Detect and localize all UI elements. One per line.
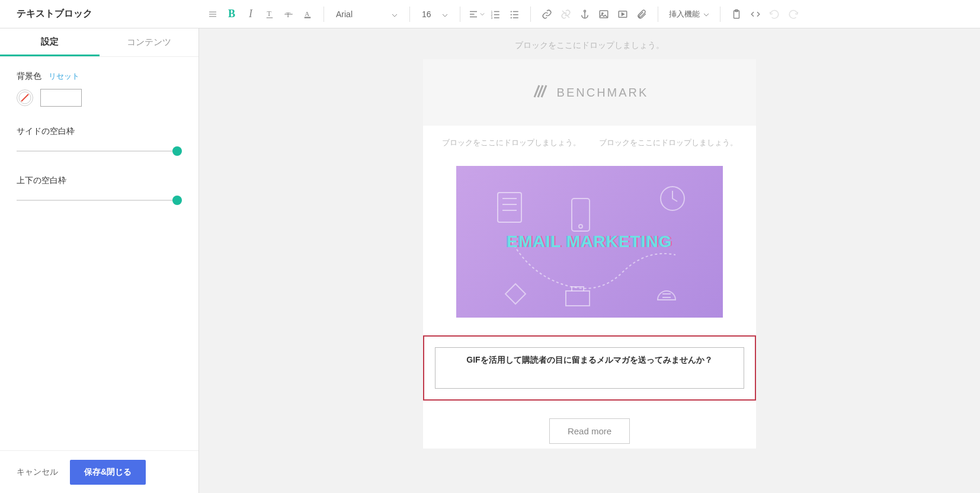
svg-text:3: 3 [491, 16, 493, 20]
font-size-value: 16 [422, 9, 431, 19]
chevron-down-icon [392, 9, 398, 19]
svg-point-10 [584, 10, 586, 12]
block-type-title: テキストブロック [0, 8, 199, 20]
slider-thumb[interactable] [172, 196, 182, 205]
vertical-padding-label: 上下の空白枠 [17, 175, 66, 185]
strikethrough-button[interactable]: T [280, 5, 297, 23]
bg-color-label: 背景色 [17, 71, 41, 82]
slider-thumb[interactable] [172, 146, 182, 156]
chevron-down-icon [703, 9, 709, 18]
svg-text:A: A [305, 11, 310, 17]
anchor-button[interactable] [576, 5, 594, 23]
settings-sidebar: 設定 コンテンツ 背景色 リセット サイドの空白枠 上下の空白枠 [0, 28, 199, 493]
reset-link[interactable]: リセット [49, 71, 79, 82]
chevron-down-icon [442, 9, 448, 19]
dropzone-left[interactable]: ブロックをここにドロップしましょう。 [433, 137, 590, 148]
toolbar-divider [409, 7, 410, 22]
dropzone-row: ブロックをここにドロップしましょう。 ブロックをここにドロップしましょう。 [423, 126, 756, 154]
selected-text-block[interactable]: GIFを活用して購読者の目に留まるメルマガを送ってみませんか？ [423, 335, 756, 401]
svg-point-12 [602, 12, 603, 14]
image-button[interactable] [595, 5, 613, 23]
font-size-select[interactable]: 16 [417, 5, 453, 23]
font-family-select[interactable]: Arial [331, 5, 402, 23]
vertical-padding-slider[interactable] [17, 196, 182, 205]
side-padding-slider[interactable] [17, 146, 182, 156]
cancel-button[interactable]: キャンセル [17, 467, 58, 478]
svg-point-9 [511, 17, 512, 18]
line-height-icon[interactable] [204, 5, 222, 23]
insert-feature-select[interactable]: 挿入機能 [665, 9, 713, 20]
svg-point-7 [511, 11, 512, 12]
unlink-button[interactable] [557, 5, 575, 23]
benchmark-logo-icon [531, 82, 550, 103]
toolbar-divider [530, 7, 531, 22]
read-more-button[interactable]: Read more [549, 418, 630, 444]
tab-settings[interactable]: 設定 [0, 28, 100, 56]
toolbar-divider [324, 7, 324, 22]
dropzone-right[interactable]: ブロックをここにドロップしましょう。 [590, 137, 747, 148]
code-view-button[interactable] [747, 5, 764, 23]
toolbar-divider [720, 7, 720, 22]
link-button[interactable] [538, 5, 556, 23]
settings-panel-body: 背景色 リセット サイドの空白枠 上下の空白枠 [0, 57, 198, 450]
svg-point-8 [511, 14, 512, 15]
cta-block[interactable]: Read more [423, 406, 756, 449]
redo-button[interactable] [784, 5, 802, 23]
brand-logo: BENCHMARK [531, 82, 649, 103]
hero-image: EMAIL MARKETING [456, 166, 723, 318]
tab-contents[interactable]: コンテンツ [100, 28, 199, 56]
slider-track [17, 151, 182, 152]
align-button[interactable] [467, 5, 485, 23]
color-swatch[interactable] [40, 89, 82, 107]
email-frame: BENCHMARK ブロックをここにドロップしましょう。 ブロックをここにドロッ… [423, 59, 756, 449]
email-canvas[interactable]: ブロックをここにドロップしましょう。 BENCHMARK ブロックをここにドロッ… [199, 28, 980, 493]
sidebar-tabs: 設定 コンテンツ [0, 28, 198, 57]
undo-button[interactable] [766, 5, 783, 23]
side-padding-control: サイドの空白枠 [17, 126, 182, 156]
text-color-button[interactable]: A [299, 5, 316, 23]
unordered-list-button[interactable] [505, 5, 523, 23]
hero-text: EMAIL MARKETING [507, 232, 672, 251]
email-header-block[interactable]: BENCHMARK [423, 59, 756, 126]
ordered-list-button[interactable]: 123 [486, 5, 504, 23]
bold-button[interactable]: B [223, 5, 241, 23]
no-color-button[interactable] [17, 89, 33, 106]
underline-button[interactable]: T [261, 5, 278, 23]
brand-name: BENCHMARK [557, 86, 649, 100]
attachment-button[interactable] [633, 5, 651, 23]
clipboard-button[interactable] [728, 5, 745, 23]
sidebar-footer: キャンセル 保存&閉じる [0, 450, 198, 493]
toolbar-actions: B I T T A Arial 16 123 挿入機能 [199, 5, 980, 23]
toolbar-divider [658, 7, 658, 22]
save-close-button[interactable]: 保存&閉じる [70, 460, 146, 485]
toolbar-divider [460, 7, 460, 22]
italic-button[interactable]: I [242, 5, 260, 23]
font-family-value: Arial [336, 9, 353, 19]
svg-text:T: T [267, 9, 272, 18]
hero-image-block[interactable]: EMAIL MARKETING [423, 154, 756, 329]
text-toolbar: テキストブロック B I T T A Arial 16 123 挿入機能 [0, 0, 980, 28]
vertical-padding-control: 上下の空白枠 [17, 175, 182, 205]
text-editor[interactable]: GIFを活用して購読者の目に留まるメルマガを送ってみませんか？ [435, 347, 744, 389]
bg-color-control: 背景色 リセット [17, 71, 182, 107]
dropzone-top[interactable]: ブロックをここにドロップしましょう。 [199, 28, 980, 59]
video-button[interactable] [614, 5, 632, 23]
side-padding-label: サイドの空白枠 [17, 126, 75, 136]
slider-track [17, 200, 182, 201]
svg-rect-3 [305, 17, 311, 18]
